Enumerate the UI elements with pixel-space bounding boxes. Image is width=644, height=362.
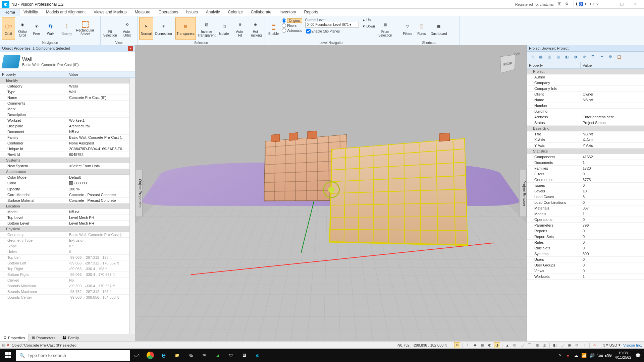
section-location[interactable]: Location [0, 203, 129, 209]
enable-level-button[interactable]: ▬▬Enable [267, 17, 280, 40]
view-cube[interactable]: TOP RIGHT [496, 52, 520, 75]
status-icon-6[interactable]: ▲ [504, 342, 511, 348]
menu-tab-reports[interactable]: Reports [300, 9, 322, 16]
tb-icon-6[interactable]: ◑ [572, 53, 580, 61]
tray-chevron-icon[interactable]: ^ [556, 349, 564, 362]
isolate-button[interactable]: ◫Isolate [217, 17, 231, 40]
tray-lang1[interactable]: ไทย [596, 349, 604, 362]
tb-icon-10[interactable]: ⚙ [606, 53, 614, 61]
tray-lang2[interactable]: ENG [604, 349, 612, 362]
start-button[interactable] [0, 349, 16, 362]
status-close-icon[interactable]: ✕ [7, 343, 10, 347]
tool-icon-3[interactable]: ↻ [585, 2, 588, 6]
tray-cloud-icon[interactable]: ☁ [572, 349, 580, 362]
status-gear-icon[interactable]: ⚙ [454, 342, 460, 348]
scrollbar[interactable] [129, 78, 135, 334]
autofit-button[interactable]: ⊕Auto-Fit [233, 17, 247, 40]
store-icon[interactable]: 🛍 [184, 349, 197, 362]
rsection-stats[interactable]: Statistics [527, 148, 644, 154]
tray-rec-icon[interactable]: ● [564, 349, 572, 362]
section-systems[interactable]: Systems [0, 158, 129, 163]
rules-button[interactable]: 📋Rules [415, 17, 428, 40]
app-icon-1[interactable]: ◢ [211, 349, 224, 362]
rect-select-button[interactable]: Rectangular Select [74, 17, 96, 40]
tray-clock[interactable]: 19:084/11/2562 [612, 351, 634, 360]
auto-orbit-button[interactable]: ⟲Auto-Orbit [119, 17, 136, 40]
menu-tab-measure[interactable]: Measure [131, 9, 155, 16]
close-button[interactable]: ✕ [629, 0, 642, 8]
dashboard-button[interactable]: ▦Dashboard [429, 17, 449, 40]
status-icon-14[interactable]: ▣ [567, 342, 573, 348]
floors-radio[interactable] [282, 23, 286, 28]
connection-button[interactable]: ✳Connection [154, 17, 173, 40]
property-table[interactable]: Identity CategoryWalls TypeWall NameConc… [0, 78, 129, 334]
menu-tab-analytic[interactable]: Analytic [202, 9, 224, 16]
tray-wifi-icon[interactable]: 📶 [580, 349, 588, 362]
tb-icon-9[interactable]: ✦ [598, 53, 606, 61]
clip-planes-checkbox[interactable] [306, 29, 311, 34]
menu-tab-inventory[interactable]: Inventory [275, 9, 300, 16]
free-button[interactable]: 👁Free [30, 17, 43, 40]
taskbar-search[interactable]: 🔍 Type here to search [16, 350, 130, 361]
ortho-orbit-button[interactable]: ◉Ortho Orbit [16, 17, 29, 40]
status-icon-8[interactable]: ⊟ [519, 342, 525, 348]
rsection-project[interactable]: Project [527, 69, 644, 74]
key-icon[interactable]: ⚿ [558, 2, 563, 7]
chrome-icon[interactable] [144, 349, 157, 362]
status-icon-13[interactable]: ⊡ [559, 342, 565, 348]
level-up-button[interactable]: ▲ Up [361, 17, 376, 23]
tb-icon-1[interactable]: ⊞ [528, 53, 536, 61]
menu-tab-operations[interactable]: Operations [154, 9, 182, 16]
filters-button[interactable]: ▽Filters [401, 17, 414, 40]
original-radio[interactable] [282, 18, 286, 23]
tool-icon-6[interactable]: ? [596, 2, 598, 6]
minimize-button[interactable]: — [602, 0, 615, 8]
from-selection-button[interactable]: ▦From Selection [377, 17, 394, 40]
menu-tab-views[interactable]: Views and Markup [90, 9, 131, 16]
level-down-button[interactable]: ▼ Down [361, 23, 376, 29]
gravity-button[interactable]: 🚶Gravity [60, 17, 74, 40]
status-icon-11[interactable]: ◫ [541, 342, 547, 348]
photos-icon[interactable]: 🖼 [237, 349, 251, 362]
menu-tab-visibility[interactable]: Visibility [19, 9, 42, 16]
walk-button[interactable]: 👣Walk [44, 17, 57, 40]
security-icon[interactable]: 🛡 [224, 349, 237, 362]
current-level-dropdown[interactable]: 0: 00-Foundation Level (971 ▾ [305, 22, 359, 27]
mail-icon[interactable]: ✉ [197, 349, 211, 362]
inverse-transparent-button[interactable]: ▧Inverse Transparent [197, 17, 217, 40]
status-warning-icon[interactable]: ⚠ [592, 342, 598, 348]
menu-tab-models[interactable]: Models and Alignment [42, 9, 90, 16]
fit-selection-button[interactable]: ⛶Fit Selection [102, 17, 118, 40]
tb-icon-5[interactable]: ◧ [563, 53, 571, 61]
tool-icon-1[interactable]: ℹ [576, 2, 577, 6]
status-unit-length[interactable]: ft [603, 343, 605, 347]
status-icon-10[interactable]: ▦ [534, 342, 540, 348]
status-icon-9[interactable]: ☰ [527, 342, 533, 348]
tb-icon-2[interactable]: ▦ [537, 53, 545, 61]
gear-icon[interactable]: ⚙ [565, 2, 571, 7]
status-icon-12[interactable]: ◧ [552, 342, 558, 348]
explorer-icon[interactable]: 📁 [170, 349, 184, 362]
section-identity[interactable]: Identity [0, 78, 129, 83]
status-icon-3[interactable]: ▦ [479, 342, 485, 348]
tray-volume-icon[interactable]: 🔊 [588, 349, 596, 362]
tool-icon-5[interactable]: T [593, 2, 595, 6]
status-icon-15[interactable]: ⊕ [574, 342, 580, 348]
right-fold-tab[interactable]: Project Browser [519, 170, 527, 217]
pivot-gizmo[interactable] [323, 181, 340, 198]
visicon-taskbar-icon[interactable]: ◐ [251, 349, 264, 362]
status-icon-1[interactable]: ⟟ [465, 342, 471, 348]
menu-tab-collaborate[interactable]: Collaborate [247, 9, 275, 16]
tool-icon-4[interactable]: T [589, 2, 591, 6]
tab-parameters[interactable]: ⊞ Parameters [29, 334, 59, 341]
section-appearance[interactable]: Appearance [0, 169, 129, 175]
menu-tab-home[interactable]: Home [0, 9, 19, 16]
normal-button[interactable]: ➤Normal [139, 17, 153, 40]
menu-tab-colorize[interactable]: Colorize [224, 9, 247, 16]
task-view-icon[interactable]: ▭▯ [130, 349, 144, 362]
tb-icon-11[interactable]: 📋 [615, 53, 623, 61]
rsection-basegrid[interactable]: Base Grid [527, 126, 644, 131]
status-unit-currency[interactable]: USD [609, 343, 617, 347]
3d-viewport[interactable]: Object Properties Project Browser TOP RI… [135, 45, 527, 341]
menu-tab-issues[interactable]: Issues [182, 9, 202, 16]
